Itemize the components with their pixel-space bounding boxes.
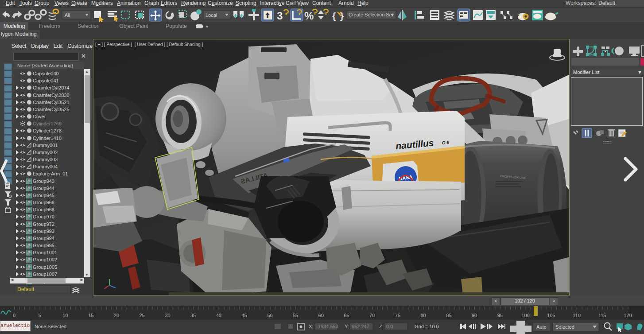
svg-text:80: 80: [420, 313, 426, 318]
svg-text:5: 5: [39, 313, 41, 318]
svg-text:Create Selection Set: Create Selection Set: [349, 12, 393, 17]
svg-text:55: 55: [293, 313, 298, 318]
svg-text:G-II: G-II: [442, 140, 450, 145]
svg-text:20: 20: [114, 313, 119, 318]
svg-text:Auto: Auto: [536, 324, 547, 330]
svg-text:Grid = 10.0: Grid = 10.0: [415, 324, 439, 329]
svg-text:-1634.553: -1634.553: [316, 324, 338, 329]
svg-text:65: 65: [344, 313, 349, 318]
svg-text:652.247: 652.247: [352, 324, 369, 329]
svg-text:0: 0: [13, 313, 16, 318]
svg-text:105: 105: [547, 313, 555, 318]
svg-text:35: 35: [190, 313, 196, 318]
svg-text:X:: X:: [309, 324, 313, 329]
svg-text:{: {: [332, 11, 336, 21]
svg-text:120: 120: [624, 313, 632, 318]
svg-text:25: 25: [139, 313, 144, 318]
svg-text:10: 10: [62, 313, 68, 318]
svg-text:70: 70: [369, 313, 375, 318]
svg-text:50: 50: [267, 313, 272, 318]
svg-text:95: 95: [497, 313, 503, 318]
svg-text:90: 90: [472, 313, 477, 318]
svg-text:45: 45: [241, 313, 247, 318]
svg-text:All: All: [65, 12, 70, 18]
svg-text:%: %: [304, 10, 314, 22]
svg-text:15: 15: [88, 313, 93, 318]
svg-text:3: 3: [277, 10, 283, 22]
svg-text:85: 85: [446, 313, 451, 318]
svg-text:40: 40: [216, 313, 221, 318]
svg-text:30: 30: [165, 313, 170, 318]
svg-text:Local: Local: [206, 12, 217, 18]
svg-text:60: 60: [318, 313, 324, 318]
svg-text:Selected: Selected: [555, 324, 574, 330]
svg-text:Z:: Z:: [379, 324, 384, 329]
svg-text:115: 115: [598, 313, 606, 318]
svg-text:110: 110: [573, 313, 581, 318]
svg-text:75: 75: [395, 313, 400, 318]
svg-text:100: 100: [521, 313, 529, 318]
svg-text:0.0: 0.0: [386, 324, 393, 329]
svg-text:Y:: Y:: [345, 324, 349, 329]
